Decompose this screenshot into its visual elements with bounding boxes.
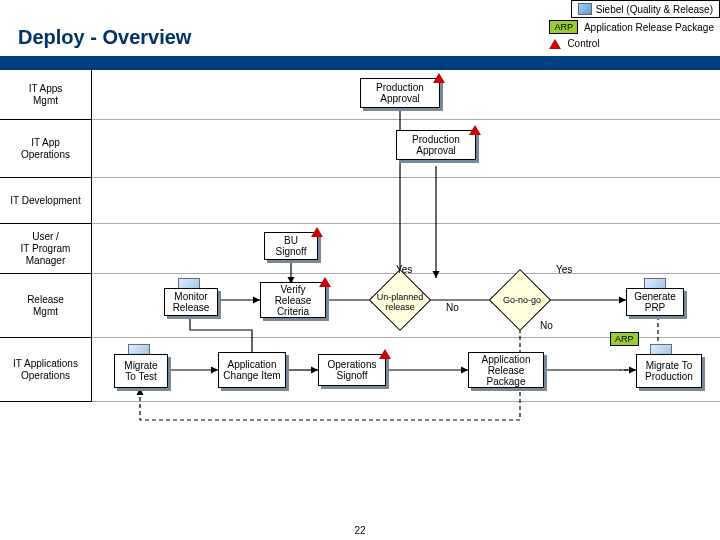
edge-label-yes-2: Yes [556, 264, 572, 275]
edge-label-yes-1: Yes [396, 264, 412, 275]
edge-label-no-1: No [446, 302, 459, 313]
node-monitor-release: Monitor Release [164, 288, 218, 316]
node-production-approval-2: Production Approval [396, 130, 476, 160]
node-migrate-to-production: Migrate To Production [636, 354, 702, 388]
node-operations-signoff: Operations Signoff [318, 354, 386, 386]
lane-it-applications-operations: IT Applications Operations [0, 338, 91, 402]
node-verify-release-criteria: Verify Release Criteria [260, 282, 326, 318]
page-number: 22 [0, 525, 720, 536]
legend: ARP Application Release Package Control [549, 20, 714, 53]
lane-it-app-operations: IT App Operations [0, 120, 91, 178]
app-icon [578, 3, 592, 15]
node-migrate-to-test: Migrate To Test [114, 354, 168, 388]
swimlane-headers: IT Apps Mgmt IT App Operations IT Develo… [0, 70, 92, 402]
suite-bar: Siebel (Quality & Release) [571, 0, 720, 18]
legend-arp-chip: ARP [549, 20, 578, 34]
node-application-change-item: Application Change Item [218, 352, 286, 388]
edge-label-arp: ARP [610, 332, 639, 346]
lane-it-development: IT Development [0, 178, 91, 224]
suite-label: Siebel (Quality & Release) [596, 4, 713, 15]
swim-row-6 [92, 338, 720, 402]
lane-release-mgmt: Release Mgmt [0, 274, 91, 338]
legend-control-icon [549, 39, 561, 49]
decision-go-no-go-label: Go-no-go [492, 295, 552, 305]
lane-user-program-manager: User / IT Program Manager [0, 224, 91, 274]
node-production-approval-1: Production Approval [360, 78, 440, 108]
legend-arp-label: Application Release Package [584, 22, 714, 33]
node-application-release-package: Application Release Package [468, 352, 544, 388]
node-generate-prp: Generate PRP [626, 288, 684, 316]
legend-control-label: Control [567, 38, 599, 49]
lane-it-apps-mgmt: IT Apps Mgmt [0, 70, 91, 120]
swim-row-3 [92, 178, 720, 224]
edge-label-no-2: No [540, 320, 553, 331]
decision-unplanned-release-label: Un-planned release [370, 292, 430, 312]
page-title: Deploy - Overview [18, 26, 191, 49]
header-divider [0, 56, 720, 70]
node-bu-signoff: BU Signoff [264, 232, 318, 260]
